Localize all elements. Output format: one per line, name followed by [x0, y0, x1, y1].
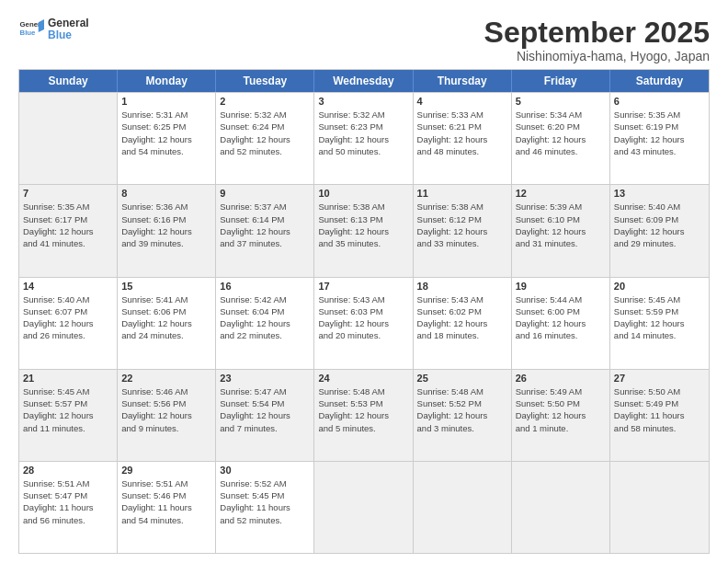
cell-line: Sunset: 6:00 PM: [516, 305, 606, 317]
cell-line: Sunrise: 5:32 AM: [220, 109, 310, 121]
calendar: SundayMondayTuesdayWednesdayThursdayFrid…: [18, 69, 710, 554]
cell-line: Sunset: 6:24 PM: [220, 121, 310, 132]
weekday-header-thursday: Thursday: [414, 70, 512, 92]
cell-line: Daylight: 11 hours: [614, 409, 705, 421]
day-number: 21: [23, 373, 113, 384]
cell-line: Daylight: 11 hours: [220, 501, 310, 513]
day-cell-8: 8Sunrise: 5:36 AMSunset: 6:16 PMDaylight…: [118, 185, 216, 276]
weekday-header-friday: Friday: [512, 70, 610, 92]
day-cell-26: 26Sunrise: 5:49 AMSunset: 5:50 PMDayligh…: [512, 370, 610, 461]
day-number: 10: [318, 188, 408, 199]
page: General Blue GeneralBlue September 2025 …: [0, 0, 728, 563]
cell-line: and 46 minutes.: [516, 145, 606, 157]
cell-line: Sunrise: 5:34 AM: [516, 109, 606, 121]
day-number: 27: [614, 373, 705, 384]
cell-line: Sunrise: 5:38 AM: [417, 201, 507, 213]
cell-line: Sunset: 5:59 PM: [614, 305, 705, 317]
day-cell-22: 22Sunrise: 5:46 AMSunset: 5:56 PMDayligh…: [118, 370, 216, 461]
day-cell-1: 1Sunrise: 5:31 AMSunset: 6:25 PMDaylight…: [118, 93, 216, 184]
cell-line: and 39 minutes.: [121, 237, 211, 249]
cell-line: and 50 minutes.: [318, 145, 408, 157]
cell-line: and 1 minute.: [516, 422, 606, 434]
logo-text: GeneralBlue: [48, 17, 89, 41]
calendar-header: SundayMondayTuesdayWednesdayThursdayFrid…: [19, 70, 709, 92]
day-cell-24: 24Sunrise: 5:48 AMSunset: 5:53 PMDayligh…: [314, 370, 413, 461]
day-number: 1: [121, 96, 211, 107]
day-cell-20: 20Sunrise: 5:45 AMSunset: 5:59 PMDayligh…: [610, 278, 709, 369]
cell-line: and 22 minutes.: [220, 329, 310, 341]
empty-cell: [414, 462, 512, 553]
day-number: 5: [516, 96, 606, 107]
cell-line: Sunset: 6:17 PM: [23, 213, 113, 225]
cell-line: Sunset: 6:06 PM: [121, 305, 211, 317]
cell-line: Daylight: 12 hours: [516, 225, 606, 237]
cell-line: and 24 minutes.: [121, 329, 211, 341]
day-number: 3: [318, 96, 408, 107]
day-cell-29: 29Sunrise: 5:51 AMSunset: 5:46 PMDayligh…: [118, 462, 216, 553]
calendar-row-3: 21Sunrise: 5:45 AMSunset: 5:57 PMDayligh…: [19, 369, 709, 461]
cell-line: Daylight: 12 hours: [121, 133, 211, 145]
cell-line: Sunrise: 5:37 AM: [220, 201, 310, 213]
cell-line: Daylight: 12 hours: [220, 317, 310, 329]
cell-line: Daylight: 12 hours: [516, 409, 606, 421]
weekday-header-wednesday: Wednesday: [314, 70, 413, 92]
cell-line: and 5 minutes.: [318, 422, 408, 434]
cell-line: and 31 minutes.: [516, 237, 606, 249]
cell-line: and 35 minutes.: [318, 237, 408, 249]
cell-line: and 52 minutes.: [220, 514, 310, 526]
cell-line: Sunrise: 5:48 AM: [318, 385, 408, 397]
day-number: 7: [23, 188, 113, 199]
empty-cell: [610, 462, 709, 553]
cell-line: and 52 minutes.: [220, 145, 310, 157]
day-cell-6: 6Sunrise: 5:35 AMSunset: 6:19 PMDaylight…: [610, 93, 709, 184]
day-cell-28: 28Sunrise: 5:51 AMSunset: 5:47 PMDayligh…: [19, 462, 118, 553]
cell-line: and 37 minutes.: [220, 237, 310, 249]
cell-line: Daylight: 12 hours: [614, 133, 705, 145]
cell-line: Sunset: 5:56 PM: [121, 397, 211, 409]
day-cell-14: 14Sunrise: 5:40 AMSunset: 6:07 PMDayligh…: [19, 278, 118, 369]
day-number: 22: [121, 373, 211, 384]
cell-line: Sunset: 5:49 PM: [614, 397, 705, 409]
cell-line: Sunset: 6:14 PM: [220, 213, 310, 225]
cell-line: Sunrise: 5:42 AM: [220, 293, 310, 305]
cell-line: Sunset: 5:46 PM: [121, 489, 211, 501]
cell-line: Sunset: 6:20 PM: [516, 121, 606, 132]
cell-line: Sunrise: 5:43 AM: [318, 293, 408, 305]
cell-line: Daylight: 12 hours: [417, 225, 507, 237]
cell-line: Sunset: 5:47 PM: [23, 489, 113, 501]
weekday-header-sunday: Sunday: [19, 70, 118, 92]
calendar-row-0: 1Sunrise: 5:31 AMSunset: 6:25 PMDaylight…: [19, 92, 709, 184]
cell-line: Sunrise: 5:43 AM: [417, 293, 507, 305]
cell-line: Sunrise: 5:39 AM: [516, 201, 606, 213]
calendar-row-1: 7Sunrise: 5:35 AMSunset: 6:17 PMDaylight…: [19, 184, 709, 276]
cell-line: and 14 minutes.: [614, 329, 705, 341]
cell-line: Sunset: 6:25 PM: [121, 121, 211, 132]
cell-line: Sunset: 6:19 PM: [614, 121, 705, 132]
day-cell-2: 2Sunrise: 5:32 AMSunset: 6:24 PMDaylight…: [216, 93, 314, 184]
day-number: 13: [614, 188, 705, 199]
cell-line: Sunset: 5:57 PM: [23, 397, 113, 409]
day-number: 4: [417, 96, 507, 107]
cell-line: and 3 minutes.: [417, 422, 507, 434]
cell-line: Sunset: 6:21 PM: [417, 121, 507, 132]
cell-line: Daylight: 12 hours: [516, 317, 606, 329]
cell-line: Sunset: 6:02 PM: [417, 305, 507, 317]
calendar-body: 1Sunrise: 5:31 AMSunset: 6:25 PMDaylight…: [19, 92, 709, 553]
calendar-row-2: 14Sunrise: 5:40 AMSunset: 6:07 PMDayligh…: [19, 277, 709, 369]
cell-line: Daylight: 12 hours: [417, 317, 507, 329]
cell-line: Sunrise: 5:48 AM: [417, 385, 507, 397]
cell-line: Daylight: 12 hours: [23, 225, 113, 237]
cell-line: Sunrise: 5:44 AM: [516, 293, 606, 305]
day-cell-13: 13Sunrise: 5:40 AMSunset: 6:09 PMDayligh…: [610, 185, 709, 276]
cell-line: Sunrise: 5:45 AM: [23, 385, 113, 397]
cell-line: and 7 minutes.: [220, 422, 310, 434]
day-cell-4: 4Sunrise: 5:33 AMSunset: 6:21 PMDaylight…: [414, 93, 512, 184]
empty-cell: [314, 462, 413, 553]
day-number: 23: [220, 373, 310, 384]
day-cell-10: 10Sunrise: 5:38 AMSunset: 6:13 PMDayligh…: [314, 185, 413, 276]
cell-line: Sunrise: 5:51 AM: [23, 477, 113, 489]
cell-line: Daylight: 12 hours: [23, 409, 113, 421]
cell-line: Daylight: 12 hours: [417, 133, 507, 145]
logo: General Blue GeneralBlue: [18, 17, 89, 42]
cell-line: Sunrise: 5:38 AM: [318, 201, 408, 213]
